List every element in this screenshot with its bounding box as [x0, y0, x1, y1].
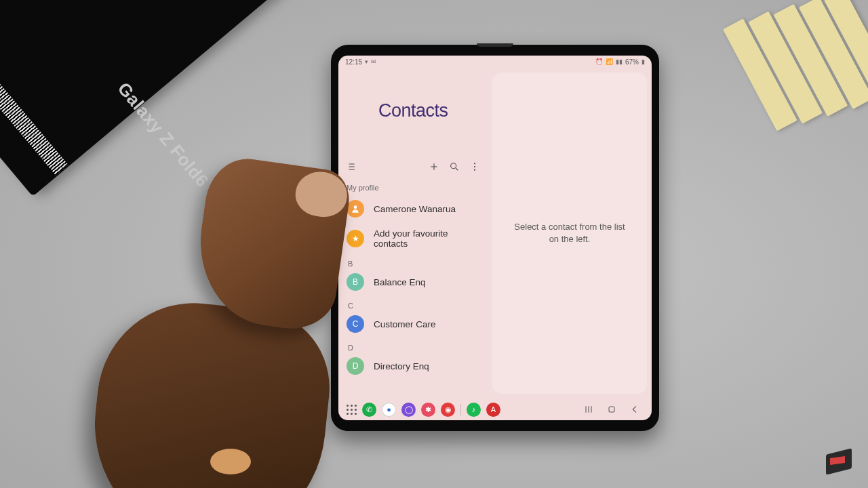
screen: 12:15 ▾ ✉ ⏰ 📶 ▮▮ 67% ▮ Contacts — [338, 56, 652, 420]
svg-point-3 — [474, 169, 475, 171]
svg-rect-5 — [609, 407, 614, 412]
divider — [460, 404, 461, 415]
letter-header-b: B — [338, 254, 488, 268]
battery-icon: ▮ — [642, 58, 645, 65]
hand — [102, 149, 366, 488]
status-bar: 12:15 ▾ ✉ ⏰ 📶 ▮▮ 67% ▮ — [338, 56, 652, 68]
contact-name: Customer Care — [374, 319, 436, 329]
avatar-letter: D — [347, 357, 364, 375]
box-barcode — [0, 51, 68, 176]
contact-name: Add your favourite contacts — [374, 228, 482, 249]
contact-name: Camerone Wanarua — [374, 204, 456, 214]
spotify-app-icon[interactable]: ♪ — [467, 403, 481, 417]
watermark-logo — [826, 448, 852, 474]
my-profile-row[interactable]: Camerone Wanarua — [338, 195, 488, 223]
menu-icon[interactable] — [347, 161, 359, 173]
detail-pane: Select a contact from the list on the le… — [492, 72, 648, 394]
section-my-profile-label: My profile — [338, 177, 488, 195]
contact-name: Balance Enq — [374, 277, 426, 287]
star-icon: ★ — [347, 230, 364, 247]
avatar-letter: C — [347, 315, 364, 333]
status-battery: 67% — [625, 58, 639, 66]
contact-row[interactable]: D Directory Enq — [338, 352, 488, 380]
svg-point-2 — [474, 166, 475, 167]
phone-app-icon[interactable]: ✆ — [362, 403, 376, 417]
taskbar: ✆ ● ◯ ✱ ◉ ♪ A — [338, 399, 652, 420]
app-drawer-icon[interactable] — [347, 405, 357, 415]
search-icon[interactable] — [448, 161, 460, 173]
wifi-icon: 📶 — [606, 58, 613, 65]
contacts-list-pane: Contacts — [338, 68, 488, 399]
desk-surface: Galaxy Z Fold6 12:15 ▾ ✉ ⏰ 📶 ▮▮ 67% ▮ — [0, 0, 868, 488]
camera-app-icon[interactable]: ◉ — [441, 403, 455, 417]
nav-recent-button[interactable] — [580, 403, 597, 416]
svg-point-0 — [451, 163, 456, 169]
add-contact-button[interactable] — [428, 161, 440, 173]
avatar-letter: B — [347, 273, 364, 291]
nav-home-button[interactable] — [603, 403, 620, 416]
svg-point-1 — [474, 163, 475, 164]
avatar-icon — [347, 200, 364, 218]
contacts-app: Contacts — [338, 68, 652, 399]
empty-state-message: Select a contact from the list on the le… — [495, 221, 644, 245]
svg-point-4 — [354, 205, 357, 209]
more-options-icon[interactable] — [469, 161, 481, 173]
app-icon[interactable]: ✱ — [421, 403, 435, 417]
letter-header-d: D — [338, 338, 488, 352]
status-time: 12:15 — [345, 58, 362, 66]
alarm-icon: ⏰ — [595, 58, 603, 65]
contact-row[interactable]: B Balance Enq — [338, 268, 488, 296]
pdf-app-icon[interactable]: A — [486, 403, 500, 417]
signal-icon: ▮▮ — [616, 58, 623, 65]
contact-row[interactable]: C Customer Care — [338, 310, 488, 338]
status-icon: ✉ — [371, 58, 376, 65]
add-favourites-row[interactable]: ★ Add your favourite contacts — [338, 223, 488, 254]
browser-app-icon[interactable]: ◯ — [401, 403, 416, 417]
box-label: Galaxy Z Fold6 — [113, 79, 213, 192]
product-box: Galaxy Z Fold6 — [0, 0, 282, 197]
wooden-object — [723, 0, 868, 149]
nav-back-button[interactable] — [626, 403, 644, 416]
tablet-device: 12:15 ▾ ✉ ⏰ 📶 ▮▮ 67% ▮ Contacts — [331, 45, 659, 431]
status-icon: ▾ — [365, 58, 368, 65]
contact-name: Directory Enq — [374, 361, 429, 371]
toolbar — [338, 121, 488, 177]
messages-app-icon[interactable]: ● — [382, 403, 396, 417]
letter-header-c: C — [338, 296, 488, 310]
page-title: Contacts — [338, 70, 488, 121]
